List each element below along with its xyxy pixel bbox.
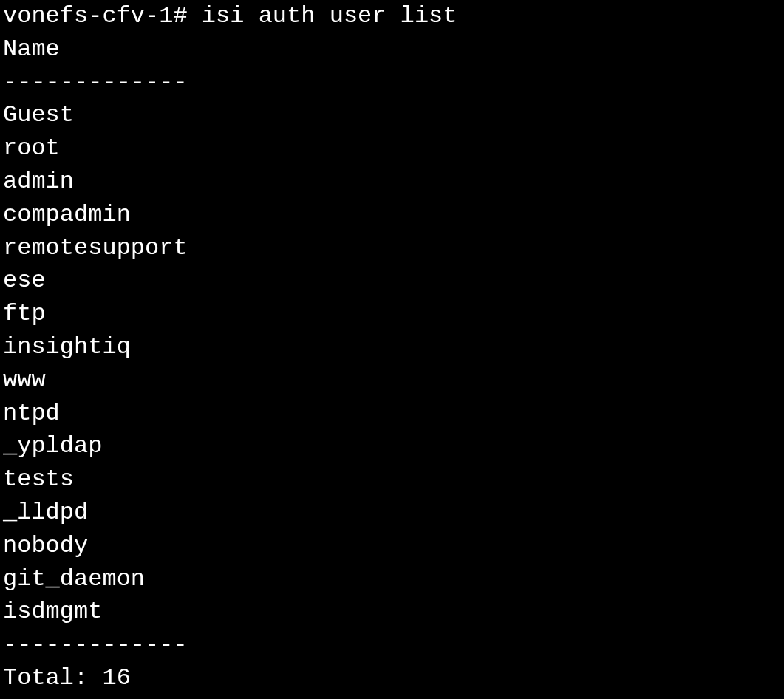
user-row: remotesupport [3,232,781,265]
footer-separator: ------------- [3,629,781,662]
total-line: Total: 16 [3,662,781,695]
user-row: git_daemon [3,563,781,596]
total-label: Total: [3,664,88,692]
user-row: Guest [3,99,781,132]
command-text: isi auth user list [202,2,457,30]
user-list: Guest root admin compadmin remotesupport… [3,99,781,629]
user-row: insightiq [3,331,781,364]
user-row: tests [3,463,781,497]
user-row: _ypldap [3,430,781,463]
command-line: vonefs-cfv-1# isi auth user list [3,0,781,33]
total-count: 16 [102,664,130,692]
user-row: ntpd [3,398,781,431]
user-row: ese [3,265,781,298]
user-row: _lldpd [3,497,781,530]
shell-prompt: vonefs-cfv-1# [3,2,188,30]
user-row: nobody [3,530,781,563]
user-row: isdmgmt [3,596,781,629]
column-header: Name [3,33,781,67]
user-row: root [3,132,781,166]
header-separator: ------------- [3,67,781,100]
user-row: www [3,364,781,398]
terminal-output[interactable]: vonefs-cfv-1# isi auth user list Name --… [0,0,784,695]
user-row: admin [3,166,781,199]
user-row: compadmin [3,199,781,232]
user-row: ftp [3,298,781,331]
